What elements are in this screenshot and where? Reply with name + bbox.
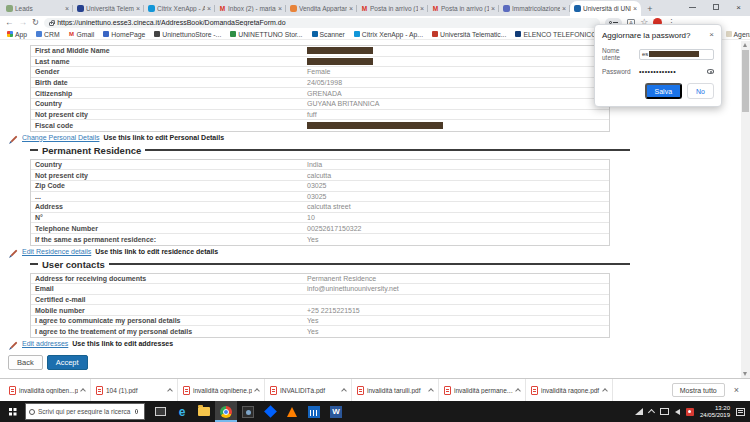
tab-close-icon[interactable]: ×	[136, 5, 140, 12]
browser-tab[interactable]: Immatricolazione Univ ×	[499, 1, 570, 16]
page-scrollbar[interactable]	[741, 41, 750, 378]
browser-tab[interactable]: M Posta in arrivo (1) - m ×	[357, 1, 428, 16]
new-tab-button[interactable]: +	[643, 2, 657, 15]
chrome-icon[interactable]	[215, 401, 237, 422]
reload-icon[interactable]: ↻	[32, 18, 39, 27]
scrollbar-up-icon[interactable]	[743, 43, 747, 47]
bookmark-item[interactable]: Scanner	[312, 31, 345, 38]
edit-residence-details-link[interactable]: Edit Residence details	[22, 248, 91, 255]
personal-details-table: First and Middle Name Last name Gender F…	[30, 45, 610, 132]
system-tray: 13:20 24/05/2019	[635, 401, 750, 422]
change-personal-details-link[interactable]: Change Personal Details	[22, 134, 99, 141]
window-minimize-button[interactable]	[681, 0, 704, 14]
task-view-icon[interactable]	[149, 401, 171, 422]
browser-tab[interactable]: Leads ×	[2, 1, 73, 16]
browser-tab[interactable]: Citrix XenApp - Applica ×	[144, 1, 215, 16]
tab-close-icon[interactable]: ×	[562, 5, 566, 12]
lock-icon	[49, 22, 54, 26]
volume-icon[interactable]	[675, 409, 680, 415]
download-item[interactable]: invalidità ogniben...pdf	[4, 379, 91, 401]
browser-tab[interactable]: M Inbox (2) - marian.leo ×	[215, 1, 286, 16]
download-menu-caret-icon[interactable]	[80, 388, 86, 394]
dialog-close-icon[interactable]: ×	[709, 31, 714, 39]
tab-favicon-icon	[148, 5, 155, 12]
tab-close-icon[interactable]: ×	[278, 5, 282, 12]
windows-taskbar: Scrivi qui per eseguire la ricerca e W 1…	[0, 401, 750, 422]
network-icon[interactable]	[635, 408, 643, 415]
microphone-icon[interactable]	[135, 409, 138, 414]
save-password-button[interactable]: Salva	[645, 83, 683, 99]
edge-icon[interactable]: e	[171, 401, 193, 422]
field-label: Fiscal code	[31, 122, 307, 129]
url-text[interactable]: https://uninettuno.esse3.cineca.it/Addre…	[57, 19, 285, 26]
tab-close-icon[interactable]: ×	[420, 5, 424, 12]
bookmark-item[interactable]: UNINETTUNO Stor...	[230, 31, 302, 38]
download-menu-caret-icon[interactable]	[602, 388, 608, 394]
vlc-icon[interactable]	[281, 401, 303, 422]
tab-close-icon[interactable]: ×	[349, 5, 353, 12]
browser-tab[interactable]: Vendita Appartamento ×	[286, 1, 357, 16]
taskbar-clock[interactable]: 13:20 24/05/2019	[700, 405, 730, 419]
bank-app-icon[interactable]	[303, 401, 325, 422]
browser-tab[interactable]: M Posta in arrivo (10) - in ×	[428, 1, 499, 16]
taskbar-search[interactable]: Scrivi qui per eseguire la ricerca	[25, 403, 145, 420]
download-item[interactable]: 104 (1).pdf	[91, 379, 178, 401]
bookmark-favicon-icon	[103, 31, 109, 37]
download-menu-caret-icon[interactable]	[167, 388, 173, 394]
tab-close-icon[interactable]: ×	[633, 5, 637, 12]
download-item[interactable]: invalidità ognibene.pdf	[178, 379, 265, 401]
no-button[interactable]: No	[687, 83, 714, 99]
action-center-icon[interactable]	[736, 408, 745, 416]
bookmark-item[interactable]: ELENCO TELEFONICO	[515, 31, 596, 38]
notification-badge-icon[interactable]	[686, 408, 694, 416]
username-field[interactable]: es	[639, 49, 714, 60]
bookmark-item[interactable]: UninettunoStore -...	[154, 31, 221, 38]
word-icon[interactable]: W	[325, 401, 347, 422]
downloads-close-icon[interactable]: ×	[734, 386, 739, 395]
tab-close-icon[interactable]: ×	[207, 5, 211, 12]
download-menu-caret-icon[interactable]	[341, 388, 347, 394]
show-all-downloads-button[interactable]: Mostra tutto	[672, 383, 725, 397]
window-close-button[interactable]: ×	[727, 0, 750, 14]
download-menu-caret-icon[interactable]	[515, 388, 521, 394]
tab-close-icon[interactable]: ×	[491, 5, 495, 12]
dropbox-icon[interactable]	[259, 401, 281, 422]
browser-tab[interactable]: Università Telematica Ir ×	[73, 1, 144, 16]
form-row: ... 03025	[31, 192, 609, 203]
browser-tab[interactable]: Università di UNINETTU ×	[570, 1, 641, 16]
download-menu-caret-icon[interactable]	[254, 388, 260, 394]
file-explorer-icon[interactable]	[193, 401, 215, 422]
download-menu-caret-icon[interactable]	[428, 388, 434, 394]
back-button[interactable]: Back	[8, 355, 43, 370]
accept-button[interactable]: Accept	[47, 355, 88, 370]
username-redaction	[649, 51, 699, 57]
download-item[interactable]: invalidità ragone.pdf	[526, 379, 613, 401]
start-button[interactable]	[0, 401, 25, 422]
bookmark-item[interactable]: HomePage	[103, 31, 145, 38]
bookmark-item[interactable]: CRM	[36, 31, 59, 38]
download-item[interactable]: INVALIDITà.pdf	[265, 379, 352, 401]
window-maximize-button[interactable]	[704, 0, 727, 14]
display-icon[interactable]	[660, 408, 669, 415]
bookmark-item[interactable]: M Gmail	[69, 31, 95, 38]
bookmark-item[interactable]: App	[7, 31, 27, 38]
download-item[interactable]: invalidità tarulli.pdf	[352, 379, 439, 401]
scrollbar-thumb[interactable]	[742, 50, 749, 112]
hidden-icons-caret-icon[interactable]	[648, 409, 655, 416]
show-password-eye-icon[interactable]	[707, 69, 714, 74]
bookmark-item[interactable]: Agenzia Valle di Lo...	[726, 31, 750, 38]
back-icon[interactable]: ←	[5, 18, 14, 27]
bookmark-item[interactable]: Citrix XenApp - Ap...	[354, 31, 423, 38]
form-row: I agree to communicate my personal detai…	[31, 316, 609, 327]
forward-icon[interactable]: →	[19, 18, 28, 27]
download-item[interactable]: invalidità permane....pdf	[439, 379, 526, 401]
field-label: Citizenship	[31, 90, 307, 97]
photos-app-icon[interactable]	[237, 401, 259, 422]
scrollbar-down-icon[interactable]	[743, 372, 747, 376]
edit-addresses-link[interactable]: Edit addresses	[22, 340, 68, 347]
field-label: If the same as permanent residence:	[31, 236, 307, 243]
address-bar[interactable]: https://uninettuno.esse3.cineca.it/Addre…	[44, 18, 600, 28]
tab-close-icon[interactable]: ×	[65, 5, 69, 12]
bookmark-item[interactable]: Università Telematic...	[432, 31, 506, 38]
edit-pencil-icon	[10, 249, 17, 256]
